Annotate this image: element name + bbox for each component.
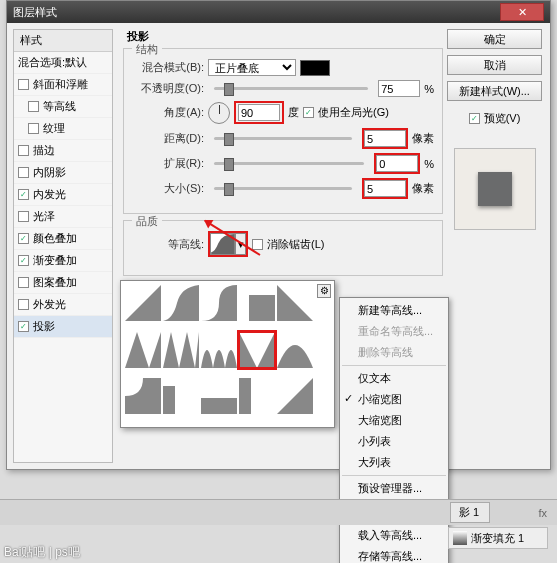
close-button[interactable]: ✕ bbox=[500, 3, 544, 21]
contour-thumb[interactable] bbox=[277, 378, 313, 414]
contour-thumb[interactable] bbox=[163, 378, 199, 414]
menu-small-thumb[interactable]: 小缩览图 bbox=[340, 389, 448, 410]
contour-thumb[interactable] bbox=[201, 332, 237, 368]
menu-large-thumb[interactable]: 大缩览图 bbox=[340, 410, 448, 431]
distance-input[interactable] bbox=[364, 130, 406, 147]
opacity-input[interactable] bbox=[378, 80, 420, 97]
style-checkbox[interactable]: ✓ bbox=[18, 189, 29, 200]
style-checkbox[interactable]: ✓ bbox=[18, 233, 29, 244]
preview-checkbox[interactable]: ✓ bbox=[469, 113, 480, 124]
contour-thumb[interactable] bbox=[125, 332, 161, 368]
contour-thumb[interactable] bbox=[239, 285, 275, 321]
blendmode-label: 混合模式(B): bbox=[132, 60, 204, 75]
menu-save-contours[interactable]: 存储等高线... bbox=[340, 546, 448, 563]
menu-delete-contour: 删除等高线 bbox=[340, 342, 448, 363]
new-style-button[interactable]: 新建样式(W)... bbox=[447, 81, 542, 101]
style-item[interactable]: 图案叠加 bbox=[14, 272, 112, 294]
style-checkbox[interactable]: ✓ bbox=[18, 255, 29, 266]
menu-large-list[interactable]: 大列表 bbox=[340, 452, 448, 473]
style-label: 渐变叠加 bbox=[33, 253, 77, 268]
contour-label: 等高线: bbox=[132, 237, 204, 252]
style-checkbox[interactable] bbox=[18, 277, 29, 288]
contour-thumb[interactable] bbox=[201, 378, 237, 414]
shadow-color-swatch[interactable] bbox=[300, 60, 330, 76]
style-label: 内阴影 bbox=[33, 165, 66, 180]
antialias-label: 消除锯齿(L) bbox=[267, 237, 324, 252]
quality-group: 品质 等高线: ▾ 消除锯齿(L) bbox=[123, 220, 443, 276]
style-label: 图案叠加 bbox=[33, 275, 77, 290]
style-item[interactable]: ✓渐变叠加 bbox=[14, 250, 112, 272]
style-checkbox[interactable] bbox=[18, 299, 29, 310]
size-input[interactable] bbox=[364, 180, 406, 197]
angle-dial[interactable] bbox=[208, 102, 230, 124]
angle-input[interactable] bbox=[238, 104, 280, 121]
opacity-slider[interactable] bbox=[214, 87, 368, 90]
menu-preset-manager[interactable]: 预设管理器... bbox=[340, 478, 448, 499]
style-label: 描边 bbox=[33, 143, 55, 158]
layer-row[interactable]: 渐变填充 1 bbox=[448, 527, 548, 549]
structure-legend: 结构 bbox=[132, 42, 162, 57]
gradient-icon bbox=[453, 531, 467, 545]
style-checkbox[interactable]: ✓ bbox=[18, 321, 29, 332]
contour-thumb[interactable] bbox=[239, 332, 275, 368]
preview-label: 预览(V) bbox=[484, 111, 521, 126]
contour-thumb[interactable] bbox=[163, 332, 199, 368]
style-label: 斜面和浮雕 bbox=[33, 77, 88, 92]
style-item[interactable]: 光泽 bbox=[14, 206, 112, 228]
size-label: 大小(S): bbox=[132, 181, 204, 196]
preview-cube-icon bbox=[478, 172, 512, 206]
style-label: 外发光 bbox=[33, 297, 66, 312]
menu-new-contour[interactable]: 新建等高线... bbox=[340, 300, 448, 321]
size-slider[interactable] bbox=[214, 187, 352, 190]
angle-label: 角度(A): bbox=[132, 105, 204, 120]
cancel-button[interactable]: 取消 bbox=[447, 55, 542, 75]
opacity-label: 不透明度(O): bbox=[132, 81, 204, 96]
style-item[interactable]: ✓内发光 bbox=[14, 184, 112, 206]
gear-icon[interactable]: ⚙ bbox=[317, 284, 331, 298]
global-light-checkbox[interactable]: ✓ bbox=[303, 107, 314, 118]
menu-load-contours[interactable]: 载入等高线... bbox=[340, 525, 448, 546]
style-checkbox[interactable] bbox=[18, 167, 29, 178]
distance-slider[interactable] bbox=[214, 137, 352, 140]
style-item[interactable]: 等高线 bbox=[14, 96, 112, 118]
watermark: Bai贴吧 | ps吧 bbox=[4, 544, 80, 561]
style-item[interactable]: 内阴影 bbox=[14, 162, 112, 184]
contour-thumb[interactable] bbox=[277, 285, 313, 321]
contour-thumb[interactable] bbox=[125, 378, 161, 414]
style-checkbox[interactable] bbox=[18, 79, 29, 90]
layer-tab[interactable]: 影 1 bbox=[450, 502, 490, 523]
contour-thumb[interactable] bbox=[163, 285, 199, 321]
spread-slider[interactable] bbox=[214, 162, 364, 165]
contour-thumb[interactable] bbox=[277, 332, 313, 368]
spread-label: 扩展(R): bbox=[132, 156, 204, 171]
menu-text-only[interactable]: 仅文本 bbox=[340, 368, 448, 389]
menu-small-list[interactable]: 小列表 bbox=[340, 431, 448, 452]
style-label: 纹理 bbox=[43, 121, 65, 136]
titlebar[interactable]: 图层样式 ✕ bbox=[7, 1, 550, 23]
style-label: 颜色叠加 bbox=[33, 231, 77, 246]
style-item[interactable]: ✓颜色叠加 bbox=[14, 228, 112, 250]
style-checkbox[interactable] bbox=[28, 123, 39, 134]
contour-thumb[interactable] bbox=[239, 378, 275, 414]
preview-box bbox=[454, 148, 536, 230]
contour-picker-popup: ⚙ bbox=[120, 280, 335, 428]
style-checkbox[interactable] bbox=[28, 101, 39, 112]
style-item[interactable]: 纹理 bbox=[14, 118, 112, 140]
style-checkbox[interactable] bbox=[18, 145, 29, 156]
bottom-bar: 影 1 fx bbox=[0, 499, 557, 525]
style-item[interactable]: 描边 bbox=[14, 140, 112, 162]
quality-legend: 品质 bbox=[132, 214, 162, 229]
contour-thumb[interactable] bbox=[201, 285, 237, 321]
contour-thumb[interactable] bbox=[125, 285, 161, 321]
panel-title: 投影 bbox=[127, 29, 443, 44]
style-item[interactable]: 斜面和浮雕 bbox=[14, 74, 112, 96]
style-item[interactable]: ✓投影 bbox=[14, 316, 112, 338]
style-item[interactable]: 外发光 bbox=[14, 294, 112, 316]
style-checkbox[interactable] bbox=[18, 211, 29, 222]
blendmode-select[interactable]: 正片叠底 bbox=[208, 59, 296, 76]
antialias-checkbox[interactable] bbox=[252, 239, 263, 250]
ok-button[interactable]: 确定 bbox=[447, 29, 542, 49]
global-light-label: 使用全局光(G) bbox=[318, 105, 389, 120]
spread-input[interactable] bbox=[376, 155, 418, 172]
blend-options-row[interactable]: 混合选项:默认 bbox=[14, 52, 112, 74]
